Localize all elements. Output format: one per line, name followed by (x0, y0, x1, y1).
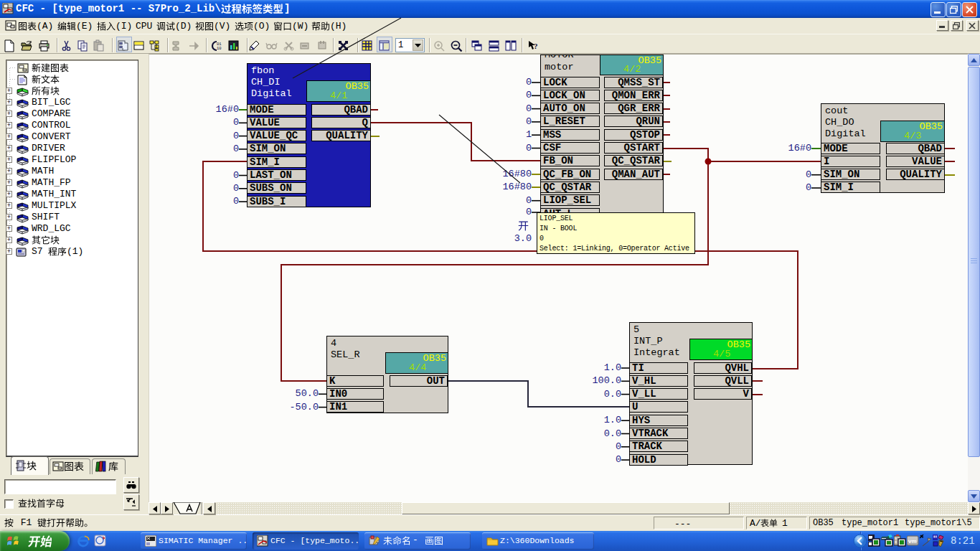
svg-text:vm: vm (908, 538, 917, 545)
svg-text:?: ? (534, 42, 538, 50)
svg-text:10: 10 (217, 46, 222, 51)
